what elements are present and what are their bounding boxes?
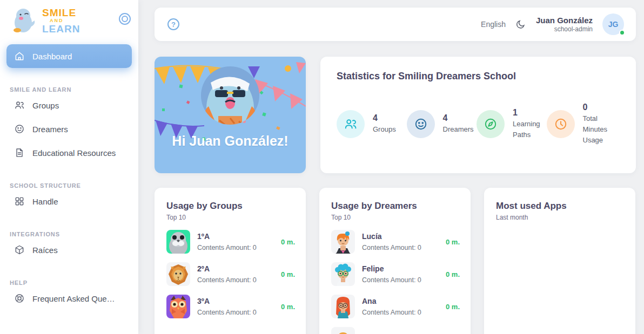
wordmark: SMILE AND LEARN bbox=[42, 8, 119, 34]
statistics-title: Statistics for Smiling Dreamers School bbox=[337, 71, 620, 82]
group-row-2a[interactable]: 2ºA Contents Amount: 0 0 m. bbox=[166, 262, 295, 286]
stat-groups: 4 Groups bbox=[337, 103, 407, 146]
sidebar-item-label: Handle bbox=[32, 197, 58, 206]
dreamer-minutes: 0 m. bbox=[446, 238, 460, 246]
sidebar-item-raices[interactable]: Raíces bbox=[6, 238, 132, 261]
user-role: school-admin bbox=[536, 25, 593, 33]
dreamers-stat-icon bbox=[407, 110, 435, 138]
group-row-1a[interactable]: 1ºA Contents Amount: 0 0 m. bbox=[166, 230, 295, 254]
statistics-card: Statistics for Smiling Dreamers School 4… bbox=[320, 57, 636, 173]
dreamer-minutes: 0 m. bbox=[446, 270, 460, 278]
sidebar-item-label: Groups bbox=[32, 101, 59, 110]
section-heading-integrations: INTEGRATIONS bbox=[10, 231, 129, 237]
group-minutes: 0 m. bbox=[281, 270, 295, 278]
dreamer-name: Lucía bbox=[362, 232, 444, 241]
dreamer-contents-amount: Contents Amount: 0 bbox=[362, 309, 444, 316]
group-row-3a[interactable]: 3ºA Contents Amount: 0 0 m. bbox=[166, 295, 295, 318]
grid-icon bbox=[14, 196, 25, 207]
dark-mode-moon-icon[interactable] bbox=[515, 19, 526, 30]
dreamer-name: Felipe bbox=[362, 264, 444, 273]
stat-value: 1 bbox=[513, 108, 547, 118]
group-name: 2ºA bbox=[197, 264, 279, 273]
sidebar-collapse-toggle-icon[interactable] bbox=[119, 13, 131, 25]
group-name: 1ºA bbox=[197, 232, 279, 241]
sidebar-item-label: Raíces bbox=[32, 246, 58, 255]
greeting-card: Hi Juan González! bbox=[155, 57, 306, 173]
card-title: Most used Apps bbox=[496, 201, 625, 212]
greeting-text: Hi Juan González! bbox=[155, 133, 306, 149]
wordmark-smile: SMILE bbox=[42, 8, 119, 18]
sidebar-item-dreamers[interactable]: Dreamers bbox=[6, 118, 132, 140]
sidebar-item-label: Educational Resources bbox=[32, 148, 116, 158]
owl-group-avatar bbox=[166, 295, 190, 318]
sidebar-item-groups[interactable]: Groups bbox=[6, 94, 132, 117]
dreamer-row-felipe[interactable]: Felipe Contents Amount: 0 0 m. bbox=[331, 262, 460, 286]
usage-by-groups-card: Usage by Groups Top 10 bbox=[155, 188, 306, 334]
stat-label: Learning Paths bbox=[513, 119, 547, 140]
wordmark-and: AND bbox=[50, 18, 119, 23]
logo: SMILE AND LEARN bbox=[6, 5, 132, 39]
dreamer-row-ana[interactable]: Ana Contents Amount: 0 0 m. bbox=[331, 295, 460, 318]
language-selector[interactable]: English bbox=[481, 20, 506, 29]
stat-value: 0 bbox=[583, 103, 617, 112]
group-contents-amount: Contents Amount: 0 bbox=[197, 276, 279, 284]
sidebar-item-label: Frequent Asked Que… bbox=[32, 294, 115, 303]
sidebar-item-dashboard[interactable]: Dashboard bbox=[6, 44, 132, 68]
dreamer-name: Ana bbox=[362, 297, 444, 305]
sidebar-item-faq[interactable]: Frequent Asked Que… bbox=[6, 287, 132, 310]
usage-by-dreamers-card: Usage by Dreamers Top 10 bbox=[319, 188, 471, 334]
card-subtitle: Top 10 bbox=[166, 214, 295, 221]
group-contents-amount: Contents Amount: 0 bbox=[197, 309, 279, 316]
user-name: Juan González bbox=[536, 16, 593, 25]
dreamer-contents-amount: Contents Amount: 0 bbox=[362, 244, 444, 251]
clock-stat-icon bbox=[547, 110, 575, 138]
ana-avatar bbox=[331, 295, 355, 318]
stat-label: Total Minutes Usage bbox=[583, 113, 617, 146]
stat-value: 4 bbox=[373, 113, 396, 123]
sidebar-item-educational-resources[interactable]: Educational Resources bbox=[6, 141, 132, 164]
home-icon bbox=[14, 51, 25, 62]
stat-value: 4 bbox=[443, 113, 474, 123]
dreamer-minutes: 0 m. bbox=[446, 303, 460, 311]
section-heading-smile-and-learn: SMILE AND LEARN bbox=[10, 86, 129, 93]
card-title: Usage by Groups bbox=[166, 201, 295, 212]
section-heading-help: HELP bbox=[10, 280, 129, 286]
dreamer-row-lucia[interactable]: Lucía Contents Amount: 0 0 m. bbox=[331, 230, 460, 254]
groups-icon bbox=[14, 100, 25, 111]
sidebar-item-handle[interactable]: Handle bbox=[6, 190, 132, 213]
stat-dreamers: 4 Dreamers bbox=[407, 103, 477, 146]
smiley-icon bbox=[14, 124, 25, 134]
lion-group-avatar bbox=[166, 262, 190, 286]
wordmark-learn: LEARN bbox=[42, 24, 119, 34]
user-menu[interactable]: Juan González school-admin bbox=[536, 16, 593, 33]
card-title: Usage by Dreamers bbox=[331, 201, 460, 212]
life-ring-icon bbox=[14, 293, 25, 304]
dreamer-avatar bbox=[331, 327, 355, 334]
compass-stat-icon bbox=[477, 110, 505, 138]
avatar[interactable]: JG bbox=[602, 13, 624, 35]
groups-stat-icon bbox=[337, 110, 365, 138]
seal-mascot-logo-icon bbox=[10, 6, 38, 35]
group-minutes: 0 m. bbox=[281, 303, 295, 311]
group-minutes: 0 m. bbox=[281, 238, 295, 246]
stat-label: Groups bbox=[373, 124, 396, 135]
dreamer-row-partial[interactable] bbox=[331, 327, 460, 334]
stat-label: Dreamers bbox=[443, 124, 474, 135]
document-icon bbox=[14, 147, 25, 158]
topbar: ? English Juan González school-admin JG bbox=[155, 8, 636, 41]
help-icon[interactable]: ? bbox=[167, 18, 179, 30]
section-heading-school-structure: SCHOOL STRUCTURE bbox=[10, 182, 129, 189]
sidebar-item-label: Dashboard bbox=[32, 52, 72, 61]
cube-icon bbox=[14, 244, 25, 255]
stat-learning-paths: 1 Learning Paths bbox=[477, 103, 547, 146]
greeting-illustration bbox=[155, 57, 306, 173]
online-status-dot bbox=[619, 30, 625, 36]
sidebar-item-label: Dreamers bbox=[32, 125, 68, 134]
card-subtitle: Last month bbox=[496, 214, 625, 221]
dreamer-contents-amount: Contents Amount: 0 bbox=[362, 276, 444, 284]
sidebar: SMILE AND LEARN Dashboard SMILE AND LEAR… bbox=[0, 0, 138, 334]
seal-group-avatar bbox=[166, 230, 190, 254]
card-subtitle: Top 10 bbox=[331, 214, 460, 221]
group-contents-amount: Contents Amount: 0 bbox=[197, 244, 279, 251]
stat-total-minutes: 0 Total Minutes Usage bbox=[547, 103, 617, 146]
